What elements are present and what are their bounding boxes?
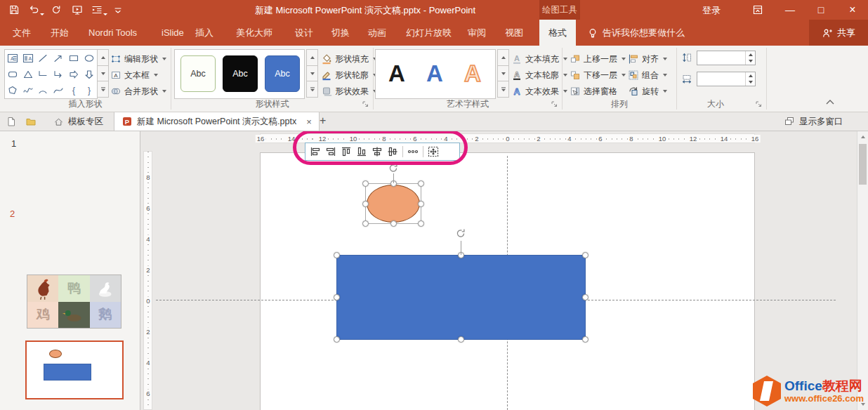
selection-handle-nw[interactable] — [334, 252, 340, 258]
menu-tab-0[interactable]: 文件 — [10, 20, 34, 46]
selection-handle-se[interactable] — [582, 336, 588, 343]
vertical-ruler[interactable]: 86420246 — [143, 151, 152, 410]
shape-styles-dialog-launcher-icon[interactable] — [362, 100, 370, 109]
tab-format-active[interactable]: 格式 — [539, 20, 576, 46]
selection-handle-nw[interactable] — [362, 180, 369, 187]
styles-up-icon[interactable] — [306, 49, 318, 66]
text-effects-button[interactable]: A文本效果 — [511, 84, 567, 99]
triangle-shape-icon[interactable] — [20, 66, 36, 82]
brace-left-shape-icon[interactable]: { — [66, 82, 81, 98]
selection-handle-s[interactable] — [458, 336, 464, 343]
wordart-down-icon[interactable] — [497, 66, 509, 82]
width-down-icon[interactable] — [746, 79, 755, 86]
rectangle-shape[interactable] — [336, 255, 586, 340]
wordart-style-1[interactable]: A — [381, 54, 412, 93]
wordart-up-icon[interactable] — [497, 49, 509, 66]
shape-fill-button[interactable]: 形状填充 — [321, 51, 377, 67]
scrollbar-thumb[interactable] — [859, 144, 867, 185]
shape-effects-button[interactable]: 形状效果 — [321, 84, 377, 99]
selection-pane-button[interactable]: 选择窗格 — [570, 84, 617, 99]
curve-shape-icon[interactable] — [51, 82, 66, 98]
selection-handle-w[interactable] — [334, 294, 340, 300]
ribbon-display-options-icon[interactable] — [746, 0, 770, 20]
selection-handle-sw[interactable] — [334, 336, 340, 343]
menu-tab-1[interactable]: 开始 — [48, 20, 72, 46]
tab-template-zone[interactable]: 模板专区 — [46, 112, 110, 131]
maximize-button[interactable]: □ — [806, 0, 836, 20]
vertical-scrollbar[interactable] — [857, 131, 868, 410]
selection-handle-sw[interactable] — [362, 220, 369, 227]
menu-tab-8[interactable]: 动画 — [365, 20, 389, 46]
height-down-icon[interactable] — [746, 58, 755, 65]
arrow-down-shape-icon[interactable] — [81, 66, 97, 82]
quick-command-icon[interactable] — [91, 4, 104, 15]
collapse-ribbon-icon[interactable] — [826, 99, 834, 105]
undo-icon[interactable] — [28, 4, 41, 15]
wordart-style-3[interactable]: A — [457, 54, 488, 93]
freeform-shape-icon[interactable] — [5, 82, 20, 98]
oval-selection-box[interactable] — [365, 183, 421, 224]
tab-current-file[interactable]: P 新建 Microsoft PowerPoint 演示文稿.pptx × — [114, 112, 320, 131]
sign-in-button[interactable]: 登录 — [702, 4, 721, 17]
shape-height-input[interactable] — [697, 51, 745, 65]
shape-gallery-scrollbar[interactable] — [97, 49, 109, 98]
slide-editing-canvas[interactable]: 1614121086420246810121416 86420246 — [140, 131, 857, 410]
scroll-up-icon[interactable] — [860, 135, 866, 139]
open-folder-icon[interactable] — [25, 116, 37, 127]
selection-handle-w[interactable] — [362, 201, 369, 207]
send-backward-button[interactable]: 下移一层 — [570, 67, 626, 83]
menu-tab-9[interactable]: 幻灯片放映 — [403, 20, 454, 46]
menu-tab-6[interactable]: 设计 — [292, 20, 316, 46]
menu-tab-4[interactable]: 插入 — [192, 20, 216, 46]
oval-shape-icon[interactable] — [81, 50, 97, 66]
rectangle-shape-icon[interactable] — [66, 50, 81, 66]
line-shape-icon[interactable] — [36, 50, 51, 66]
group-button[interactable]: 组合 — [628, 67, 667, 83]
menu-tab-3[interactable]: iSlide — [159, 20, 187, 46]
elbow-connector-shape-icon[interactable] — [36, 66, 51, 82]
shape-outline-button[interactable]: 形状轮廓 — [321, 67, 377, 83]
wordart-style-2[interactable]: A — [419, 54, 450, 93]
menu-tab-10[interactable]: 审阅 — [465, 20, 489, 46]
shape-style-swatch-2[interactable]: Abc — [223, 55, 258, 92]
styles-down-icon[interactable] — [306, 66, 318, 82]
align-button[interactable]: 对齐 — [628, 51, 667, 67]
selection-handle-e[interactable] — [582, 294, 588, 300]
gallery-more-icon[interactable] — [97, 81, 109, 98]
elbow-arrow-shape-icon[interactable] — [51, 66, 66, 82]
close-tab-icon[interactable]: × — [306, 117, 312, 127]
slide-2-thumbnail[interactable] — [25, 340, 124, 399]
minimize-button[interactable]: — — [775, 0, 805, 20]
gallery-up-icon[interactable] — [97, 49, 109, 66]
quick-command-dropdown-icon[interactable] — [103, 13, 107, 15]
text-box-button[interactable]: A文本框 — [110, 67, 158, 83]
shape-width-input[interactable] — [697, 72, 745, 86]
show-multiple-windows-button[interactable]: 显示多窗口 — [777, 112, 850, 131]
arrow-shape-icon[interactable] — [51, 50, 66, 66]
new-tab-icon[interactable]: + — [320, 114, 326, 127]
shape-styles-scrollbar[interactable] — [306, 49, 318, 98]
selection-handle-se[interactable] — [418, 220, 424, 227]
edit-shape-button[interactable]: 编辑形状 — [110, 51, 166, 67]
customize-qat-icon[interactable] — [112, 4, 125, 15]
close-button[interactable]: × — [837, 0, 868, 20]
textbox-vertical-shape-icon[interactable]: A — [20, 50, 36, 66]
tell-me-box[interactable]: 告诉我你想要做什么 — [587, 20, 685, 46]
scribble-shape-icon[interactable] — [20, 82, 36, 98]
redo-icon[interactable] — [51, 4, 63, 15]
styles-more-icon[interactable] — [306, 81, 318, 98]
shape-style-swatch-3[interactable]: Abc — [265, 55, 300, 92]
selection-handle-ne[interactable] — [418, 180, 424, 187]
menu-tab-11[interactable]: 视图 — [502, 20, 526, 46]
wordart-scrollbar[interactable] — [497, 49, 509, 98]
textbox-horizontal-shape-icon[interactable]: A — [5, 50, 20, 66]
menu-tab-5[interactable]: 美化大师 — [233, 20, 275, 46]
size-dialog-launcher-icon[interactable] — [755, 100, 763, 109]
text-outline-button[interactable]: A文本轮廓 — [511, 67, 567, 83]
merge-shapes-button[interactable]: 合并形状 — [110, 84, 166, 99]
width-up-icon[interactable] — [746, 72, 755, 79]
arrow-right-shape-icon[interactable] — [66, 66, 81, 82]
shape-height-spinner[interactable] — [697, 51, 756, 65]
rounded-rectangle-shape-icon[interactable] — [5, 66, 20, 82]
wordart-dialog-launcher-icon[interactable] — [551, 100, 559, 109]
